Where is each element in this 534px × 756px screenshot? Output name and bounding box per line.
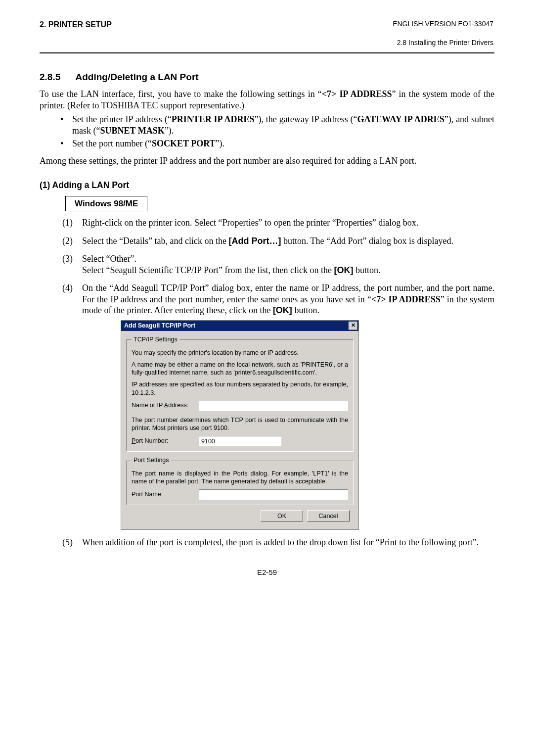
- step-4: On the “Add Seagull TCP/IP Port” dialog …: [62, 283, 494, 530]
- name-address-input[interactable]: [199, 401, 348, 411]
- g1-text-4: The port number determines which TCP por…: [132, 416, 348, 432]
- g1-text-2: A name may be either a name on the local…: [132, 361, 348, 377]
- port-number-input[interactable]: [199, 436, 281, 446]
- close-icon[interactable]: ✕: [349, 322, 357, 330]
- section-breadcrumb: 2.8 Installing the Printer Drivers: [40, 39, 494, 47]
- dialog-add-port: Add Seagull TCP/IP Port ✕ TCP/IP Setting…: [121, 320, 359, 530]
- page-number: E2-59: [40, 568, 494, 577]
- group-tcpip-legend: TCP/IP Settings: [132, 336, 179, 344]
- subsection-adding: (1) Adding a LAN Port: [40, 180, 494, 191]
- version-code: ENGLISH VERSION EO1-33047: [393, 20, 494, 29]
- bullet-port: Set the port number (“SOCKET PORT”).: [60, 138, 494, 149]
- dialog-title: Add Seagull TCP/IP Port: [124, 322, 349, 330]
- step-5: When addition of the port is completed, …: [62, 537, 494, 548]
- port-name-input[interactable]: [199, 489, 348, 500]
- intro-paragraph: To use the LAN interface, first, you hav…: [40, 89, 494, 111]
- os-box: Windows 98/ME: [65, 196, 147, 211]
- bullet-ip: Set the printer IP address (“PRINTER IP …: [60, 114, 494, 136]
- name-address-label: Name or IP Address:: [132, 402, 199, 410]
- port-name-label: Port Name:: [132, 491, 199, 499]
- g2-text-1: The port name is displayed in the Ports …: [132, 470, 348, 486]
- cancel-button[interactable]: Cancel: [307, 510, 350, 521]
- header-rule: [40, 52, 494, 53]
- g1-text-3: IP addresses are specified as four numbe…: [132, 380, 348, 397]
- intro-paragraph-2: Among these settings, the printer IP add…: [40, 155, 494, 167]
- section-title: Adding/Deleting a LAN Port: [76, 72, 199, 82]
- port-number-label: Port Number:: [132, 437, 199, 445]
- group-port-settings: Port Settings The port name is displayed…: [126, 457, 354, 505]
- chapter-title: 2. PRINTER SETUP: [40, 20, 393, 30]
- step-3: Select “Other”.Select “Seagull Scientifi…: [62, 253, 494, 276]
- group-port-legend: Port Settings: [132, 457, 171, 465]
- ok-button[interactable]: OK: [261, 510, 303, 521]
- group-tcpip: TCP/IP Settings You may specify the prin…: [126, 336, 354, 452]
- section-number: 2.8.5: [40, 71, 73, 83]
- step-1: Right-click on the printer icon. Select …: [62, 217, 494, 229]
- g1-text-1: You may specify the printer's location b…: [132, 349, 348, 357]
- step-2: Select the “Details” tab, and click on t…: [62, 236, 494, 247]
